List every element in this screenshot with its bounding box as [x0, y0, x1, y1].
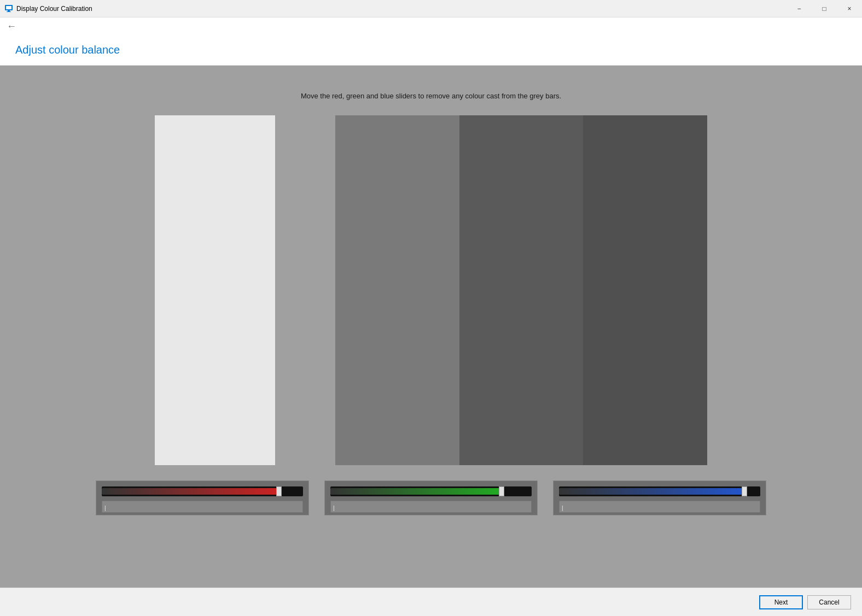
red-slider-thumb[interactable]: [276, 486, 282, 496]
titlebar-left: Display Colour Calibration: [4, 4, 92, 13]
restore-button[interactable]: □: [812, 0, 837, 17]
red-slider-label-area: |: [102, 501, 303, 513]
back-icon: ←: [7, 21, 16, 32]
titlebar-controls: − □ ×: [787, 0, 862, 17]
blue-slider-track[interactable]: [559, 486, 760, 496]
green-slider-widget: |: [324, 480, 538, 515]
titlebar-title: Display Colour Calibration: [16, 5, 92, 13]
cancel-button[interactable]: Cancel: [807, 595, 851, 609]
svg-rect-1: [6, 6, 11, 9]
titlebar: Display Colour Calibration − □ ×: [0, 0, 862, 17]
green-slider-track[interactable]: [330, 486, 532, 496]
instruction-text: Move the red, green and blue sliders to …: [301, 92, 561, 100]
blue-slider-widget: |: [553, 480, 766, 515]
green-slider-label-area: |: [330, 501, 532, 513]
blue-slider-label-area: |: [559, 501, 760, 513]
page-title: Adjust colour balance: [15, 44, 120, 56]
green-slider-fill: [330, 488, 502, 495]
red-slider-track[interactable]: [102, 486, 303, 496]
app-window: Display Colour Calibration − □ × ← Adjus…: [0, 0, 862, 616]
grey-bar-medium: [459, 115, 584, 465]
next-button[interactable]: Next: [759, 595, 803, 609]
color-bars-container: [155, 115, 707, 465]
app-icon: [4, 4, 13, 13]
green-slider-label: |: [333, 505, 335, 511]
red-slider-widget: |: [96, 480, 309, 515]
main-content: Move the red, green and blue sliders to …: [0, 66, 862, 588]
red-slider-label: |: [104, 505, 106, 511]
green-slider-thumb[interactable]: [499, 486, 504, 496]
blue-slider-fill: [559, 488, 744, 495]
sliders-section: | | |: [0, 480, 862, 515]
blue-slider-label: |: [562, 505, 563, 511]
nav-bar: ←: [0, 17, 862, 35]
close-button[interactable]: ×: [837, 0, 862, 17]
blue-slider-thumb[interactable]: [742, 486, 747, 496]
header: Adjust colour balance: [0, 35, 862, 66]
white-bar: [155, 115, 275, 465]
red-slider-fill: [102, 488, 279, 495]
svg-rect-3: [7, 11, 11, 12]
grey-bars: [335, 115, 707, 465]
minimize-button[interactable]: −: [787, 0, 812, 17]
footer: Next Cancel: [0, 588, 862, 616]
back-button[interactable]: ←: [7, 21, 16, 32]
grey-bar-light: [335, 115, 459, 465]
grey-bar-dark: [583, 115, 707, 465]
